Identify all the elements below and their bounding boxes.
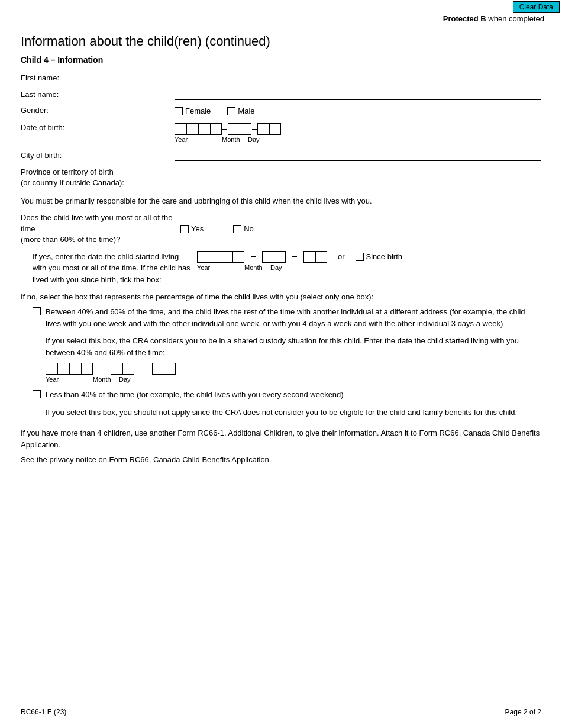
option2-checkbox[interactable] (33, 390, 41, 398)
ifyes-year-c4[interactable] (232, 251, 244, 263)
dob-sep-1 (222, 129, 227, 130)
yes-label: Yes (191, 224, 204, 233)
province-input[interactable] (175, 178, 541, 188)
opt1-year-c1[interactable] (46, 363, 57, 375)
dob-row: Date of birth: (21, 123, 541, 143)
since-birth-item: Since birth (356, 252, 402, 261)
opt1-day-c2[interactable] (164, 363, 176, 375)
no-label: No (244, 224, 254, 233)
opt1-year-c2[interactable] (57, 363, 69, 375)
clear-data-button[interactable]: Clear Data (513, 1, 560, 13)
ifyes-year-c1[interactable] (197, 251, 209, 263)
city-field (175, 150, 541, 161)
option2-container: Less than 40% of the time (for example, … (33, 389, 541, 418)
form-content: Information about the child(ren) (contin… (0, 25, 562, 487)
first-name-input[interactable] (175, 73, 541, 83)
ifyes-day-c1[interactable] (303, 251, 315, 263)
no-checkbox[interactable] (233, 225, 241, 233)
last-name-row: Last name: (21, 89, 541, 100)
dob-month-cell-1[interactable] (228, 123, 240, 135)
dob-year-label: Year (175, 136, 222, 143)
footer-note-1: If you have more than 4 children, use an… (21, 427, 541, 450)
since-birth-checkbox[interactable] (356, 253, 364, 261)
dob-month-cells (228, 123, 251, 135)
ifyes-day-group (303, 251, 327, 263)
city-label: City of birth: (21, 151, 175, 161)
if-no-label: If no, select the box that represents th… (21, 292, 541, 301)
protected-bar: Protected B when completed (0, 14, 562, 25)
ifyes-month-label: Month (244, 264, 270, 271)
yes-checkbox[interactable] (180, 225, 189, 233)
opt1-year-label: Year (46, 376, 93, 383)
opt1-date-labels: Year Month Day (46, 376, 541, 383)
dob-year-cell-4[interactable] (210, 123, 222, 135)
gender-female-item: Female (175, 107, 211, 115)
province-label: Province or territory of birth(or countr… (21, 167, 175, 188)
dob-year-group (175, 123, 222, 135)
gender-male-checkbox[interactable] (227, 107, 235, 115)
no-item: No (233, 224, 254, 233)
dob-year-cells (175, 123, 222, 135)
section-title: Child 4 – Information (21, 55, 541, 65)
top-bar: Clear Data (0, 0, 562, 14)
protected-suffix: when completed (486, 14, 544, 23)
city-input[interactable] (175, 150, 541, 161)
dob-label: Date of birth: (21, 123, 175, 133)
dob-year-cell-1[interactable] (175, 123, 186, 135)
question1-label: Does the child live with you most or all… (21, 212, 180, 245)
opt1-month-c1[interactable] (111, 363, 122, 375)
gender-row: Gender: Female Male (21, 106, 541, 116)
last-name-input[interactable] (175, 89, 541, 100)
ifyes-day-c2[interactable] (315, 251, 327, 263)
if-no-content: Between 40% and 60% of the time, and the… (33, 306, 541, 418)
option2-text: Less than 40% of the time (for example, … (46, 389, 541, 401)
opt1-month-c2[interactable] (122, 363, 134, 375)
ifyes-month-c1[interactable] (262, 251, 274, 263)
city-row: City of birth: (21, 150, 541, 161)
dob-year-cell-2[interactable] (186, 123, 198, 135)
opt1-month-group (111, 363, 134, 375)
option2-sub-text: If you select this box, you should not a… (46, 407, 541, 418)
opt1-year-c3[interactable] (69, 363, 81, 375)
gender-female-checkbox[interactable] (175, 107, 183, 115)
last-name-label: Last name: (21, 90, 175, 100)
since-birth-label: Since birth (366, 252, 402, 261)
yes-no-options: Yes No (180, 224, 254, 233)
or-text: or (338, 252, 345, 261)
option2-sub: If you select this box, you should not a… (46, 407, 541, 418)
opt1-day-group (152, 363, 176, 375)
ifyes-sep1 (251, 256, 256, 257)
if-no-section: If no, select the box that represents th… (21, 292, 541, 418)
option1-date-row (46, 363, 541, 375)
dob-day-cell-1[interactable] (257, 123, 269, 135)
dob-labels-row: Year Month Day (175, 136, 541, 143)
form-code: RC66-1 E (23) (21, 708, 66, 716)
ifyes-date-labels: Year Month Day (197, 264, 402, 271)
opt1-year-c4[interactable] (81, 363, 93, 375)
if-yes-date-area: or Since birth Year Month Day (197, 251, 402, 271)
option1-checkbox[interactable] (33, 307, 41, 315)
ifyes-year-label: Year (197, 264, 244, 271)
ifyes-month-c2[interactable] (274, 251, 286, 263)
dob-month-label: Month (222, 136, 248, 143)
opt1-month-label: Month (93, 376, 119, 383)
option1-sub-text: If you select this box, the CRA consider… (46, 335, 541, 358)
ifyes-month-group (262, 251, 286, 263)
dob-day-cells (257, 123, 281, 135)
dob-year-cell-3[interactable] (198, 123, 210, 135)
dob-month-cell-2[interactable] (240, 123, 251, 135)
if-yes-section: If yes, enter the date the child started… (33, 251, 541, 286)
opt1-day-c1[interactable] (152, 363, 164, 375)
page-title: Information about the child(ren) (contin… (21, 34, 541, 49)
dob-day-cell-2[interactable] (269, 123, 281, 135)
info-text: You must be primarily responsible for th… (21, 197, 541, 205)
ifyes-year-c3[interactable] (221, 251, 232, 263)
gender-female-label: Female (185, 107, 211, 115)
option1-container: Between 40% and 60% of the time, and the… (33, 306, 541, 383)
ifyes-year-c2[interactable] (209, 251, 221, 263)
page-info: Page 2 of 2 (505, 708, 541, 716)
dob-sep-2 (252, 129, 257, 130)
option1-row: Between 40% and 60% of the time, and the… (33, 306, 541, 329)
last-name-field (175, 89, 541, 100)
first-name-label: First name: (21, 73, 175, 83)
